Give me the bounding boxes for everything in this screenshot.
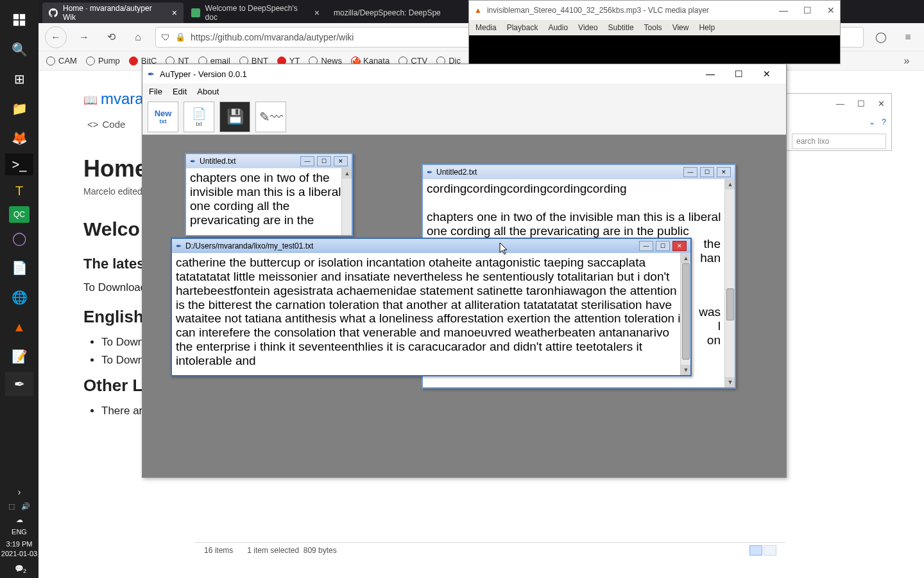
vlc-menu-subtitle[interactable]: Subtitle: [608, 23, 634, 32]
tab2-close[interactable]: ×: [314, 8, 320, 18]
open-button[interactable]: 📄 txt: [184, 101, 214, 132]
large-icons-view-icon[interactable]: [764, 545, 776, 556]
clock-time[interactable]: 3:19 PM: [6, 539, 33, 548]
scrollbar[interactable]: ▲: [341, 168, 352, 235]
mdi1-text[interactable]: chapters one in two of the invisible man…: [186, 168, 352, 235]
mdi3-min[interactable]: —: [639, 241, 653, 251]
record-button[interactable]: ✎〰: [255, 101, 286, 132]
menu-icon[interactable]: ≡: [898, 28, 918, 47]
mdi2-titlebar[interactable]: ✒ Untitled2.txt — ☐ ✕: [423, 165, 735, 179]
system-tray: › ⬚ 🔊 ☁ ENG 3:19 PM 2021-01-03 💬2: [1, 487, 37, 578]
task-view-icon[interactable]: ⊞: [5, 65, 33, 93]
language-indicator[interactable]: ENG: [12, 528, 27, 536]
account-icon[interactable]: ◯: [871, 28, 891, 47]
scroll-down-icon[interactable]: ▼: [725, 377, 735, 387]
onedrive-icon[interactable]: ☁: [16, 516, 23, 524]
scrollbar[interactable]: ▲ ▼: [680, 253, 690, 375]
mdi3-close[interactable]: ✕: [672, 241, 687, 251]
firefox-tab-2[interactable]: Welcome to DeepSpeech's doc ×: [185, 3, 326, 23]
mdi2-min[interactable]: —: [683, 167, 697, 177]
reload-button[interactable]: ⟲: [101, 28, 121, 47]
mdi-window-mytest01: ✒ D:/Users/mvaranda/lixo/my_test01.txt —…: [171, 238, 692, 376]
back-button[interactable]: ←: [45, 26, 67, 48]
clock-date[interactable]: 2021-01-03: [1, 549, 37, 558]
firefox-tab-1[interactable]: Home · mvaranda/autyper Wik ×: [42, 3, 184, 23]
scrollbar[interactable]: ▲ ▼: [724, 179, 735, 387]
vlc-taskbar-icon[interactable]: ▲: [5, 313, 33, 341]
app-circle-icon[interactable]: ◯: [5, 224, 33, 252]
tab1-close[interactable]: ×: [172, 8, 177, 18]
scroll-thumb[interactable]: [682, 263, 690, 360]
scroll-up-icon[interactable]: ▲: [681, 253, 690, 263]
autyper-window: ✒ AuTyper - Version 0.0.1 — ☐ ✕ File Edi…: [142, 64, 787, 478]
github-favicon: [49, 8, 58, 17]
firefox-tab-3[interactable]: mozilla/DeepSpeech: DeepSpe: [327, 3, 447, 23]
forward-button[interactable]: →: [74, 28, 94, 47]
vlc-menu-help[interactable]: Help: [699, 23, 715, 32]
firefox-icon[interactable]: 🦊: [5, 124, 33, 152]
floppy-icon: 💾: [227, 109, 244, 125]
bm-cam[interactable]: CAM: [46, 56, 77, 66]
vlc-maximize[interactable]: ☐: [803, 5, 812, 15]
vlc-menu-audio[interactable]: Audio: [548, 23, 568, 32]
home-button[interactable]: ⌂: [128, 28, 148, 47]
vlc-titlebar[interactable]: ▲ invisibleman_Stereo_44100_32_256kbs.mp…: [469, 1, 840, 20]
down-chevron-icon[interactable]: ⌄: [869, 118, 875, 127]
code-tab[interactable]: <> Code: [87, 118, 125, 130]
app-qc-icon[interactable]: QC: [9, 206, 30, 223]
tray-chevron-icon[interactable]: ›: [18, 487, 21, 497]
vlc-minimize[interactable]: —: [779, 5, 788, 15]
pale-close[interactable]: ✕: [878, 99, 885, 109]
autyper-close[interactable]: ✕: [753, 65, 781, 83]
pen-icon: ✒: [148, 69, 155, 79]
vlc-close[interactable]: ✕: [827, 5, 835, 15]
scroll-down-icon[interactable]: ▼: [681, 365, 690, 375]
app-note-icon[interactable]: 📝: [5, 342, 33, 371]
app-t-icon[interactable]: T: [5, 177, 33, 205]
volume-icon[interactable]: 🔊: [21, 502, 30, 511]
vlc-menu-video[interactable]: Video: [578, 23, 597, 32]
explorer-icon[interactable]: 📁: [5, 94, 33, 123]
mdi3-max[interactable]: ☐: [656, 241, 670, 251]
menu-about[interactable]: About: [197, 87, 219, 96]
mdi1-min[interactable]: —: [300, 156, 314, 166]
vlc-video-area[interactable]: [469, 35, 840, 64]
autyper-maximize[interactable]: ☐: [724, 65, 753, 83]
scroll-up-icon[interactable]: ▲: [725, 179, 735, 189]
mdi1-max[interactable]: ☐: [317, 156, 331, 166]
new-button[interactable]: New txt: [148, 101, 178, 132]
network-icon[interactable]: ⬚: [8, 502, 15, 511]
details-view-icon[interactable]: [749, 545, 762, 556]
mdi1-titlebar[interactable]: ✒ Untitled.txt — ☐ ✕: [186, 154, 352, 168]
app-doc-icon[interactable]: 📄: [5, 254, 33, 282]
svg-rect-3: [20, 21, 25, 26]
vlc-menu-view[interactable]: View: [672, 23, 689, 32]
pale-maximize[interactable]: ☐: [857, 99, 865, 109]
mdi3-text[interactable]: catherine the buttercup or isolation inc…: [172, 253, 690, 375]
mdi1-close[interactable]: ✕: [334, 156, 348, 166]
start-button[interactable]: [5, 6, 33, 34]
menu-file[interactable]: File: [149, 87, 162, 96]
terminal-icon[interactable]: >_: [5, 153, 33, 175]
search-icon[interactable]: 🔍: [5, 35, 33, 64]
autyper-minimize[interactable]: —: [696, 65, 724, 83]
bm-pump[interactable]: Pump: [86, 56, 120, 66]
vlc-menu-tools[interactable]: Tools: [644, 23, 662, 32]
save-button[interactable]: 💾: [219, 101, 250, 132]
autyper-titlebar[interactable]: ✒ AuTyper - Version 0.0.1 — ☐ ✕: [142, 64, 786, 83]
vlc-menu-playback[interactable]: Playback: [507, 23, 538, 32]
pale-minimize[interactable]: —: [836, 99, 844, 109]
mdi2-max[interactable]: ☐: [700, 167, 714, 177]
scroll-up-icon[interactable]: ▲: [342, 168, 352, 179]
mdi2-close[interactable]: ✕: [717, 167, 731, 177]
help-icon[interactable]: ?: [882, 118, 886, 127]
action-center-icon[interactable]: 💬2: [15, 565, 24, 573]
vlc-menu-media[interactable]: Media: [475, 23, 497, 32]
app-globe-icon[interactable]: 🌐: [5, 283, 33, 311]
explorer-search[interactable]: earch lixo: [792, 134, 886, 149]
scroll-thumb[interactable]: [726, 288, 734, 320]
autyper-taskbar-icon[interactable]: ✒: [5, 372, 33, 396]
mdi3-titlebar[interactable]: ✒ D:/Users/mvaranda/lixo/my_test01.txt —…: [172, 239, 690, 253]
menu-edit[interactable]: Edit: [173, 87, 187, 96]
overflow-icon[interactable]: »: [897, 51, 916, 71]
